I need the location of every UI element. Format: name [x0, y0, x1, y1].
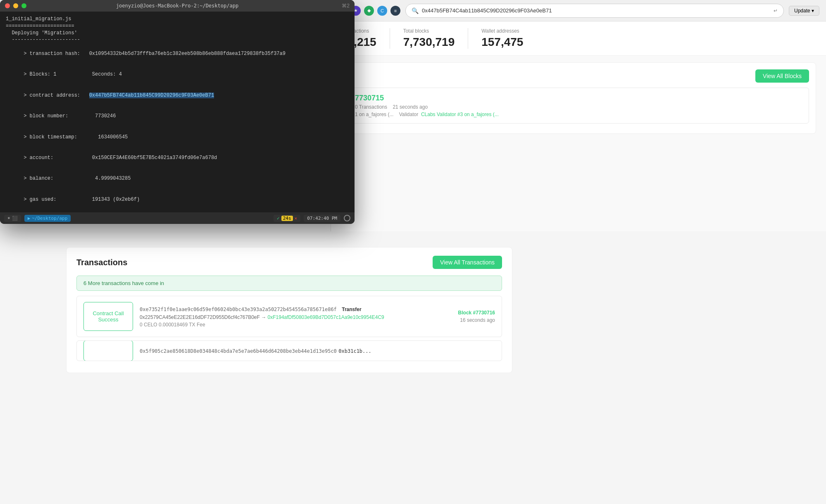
- terminal-tx-hash-value: 0x10954332b4b5d73fffba76eb1c382eeb508b86…: [89, 51, 286, 57]
- transactions-section: Transactions View All Transactions 6 Mor…: [66, 247, 512, 373]
- terminal-contract-addr: > contract address: 0x447b5FB74C4ab11b84…: [6, 85, 349, 106]
- terminal-block-ts: > block timestamp: 1634006545: [6, 127, 349, 147]
- browser-panel: 🦊 ★ ◆ C ≡ 🔍 ↵ Update ▾ Transactions 12,2…: [331, 0, 826, 231]
- terminal-path-label: ~/Desktop/app: [32, 216, 67, 221]
- terminal-sep1: =======================: [6, 23, 349, 30]
- terminal-sep2: -----------------------: [6, 36, 349, 43]
- terminal-time-value: 07:42:40 PM: [307, 216, 337, 221]
- terminal-block-num-value: 7730246: [95, 113, 116, 119]
- terminal-mode-indicator: ☀ ⬛: [4, 215, 21, 222]
- terminal-body: 1_initial_migration.js =================…: [0, 12, 355, 212]
- browser-update-btn[interactable]: Update ▾: [789, 6, 819, 16]
- terminal-balance: > balance: 4.9999043285: [6, 169, 349, 189]
- terminal-blocks-line: > Blocks: 1 Seconds: 4: [6, 64, 349, 85]
- stats-bar: Transactions 12,215 Total blocks 7,730,7…: [331, 21, 826, 56]
- tx-item-0: Contract Call Success 0xe7352f1f0e1aae9c…: [76, 296, 502, 337]
- tx-details-0: 0xe7352f1f0e1aae9c06d59ef06024b0bc43e393…: [140, 305, 452, 328]
- terminal-minimize-btn[interactable]: [13, 3, 18, 8]
- stat-wallets-value: 157,475: [481, 36, 523, 49]
- browser-icon-5[interactable]: ≡: [390, 6, 400, 16]
- terminal-blocks-label: > Blocks: 1: [24, 71, 56, 77]
- stat-blocks: Total blocks 7,730,719: [390, 28, 469, 49]
- terminal-timer-value: 24s: [281, 216, 293, 221]
- tx-block-number-0[interactable]: Block #7730716: [458, 310, 495, 316]
- terminal-close-btn[interactable]: [5, 3, 10, 8]
- tx-block-time-0: 16 seconds ago: [458, 317, 495, 323]
- search-icon: 🔍: [412, 7, 419, 14]
- terminal-balance-value: 4.9999043285: [95, 176, 131, 181]
- stat-blocks-value: 7,730,719: [403, 36, 455, 49]
- block-time: 21 seconds ago: [393, 104, 428, 110]
- browser-search-bar[interactable]: 🔍 ↵: [405, 4, 784, 18]
- tx-item-partial: 0x5f905c2ae850618D8e034848c4bda7e5e7ae6b…: [76, 340, 502, 361]
- terminal-blocks-value: Seconds: 4: [92, 71, 122, 77]
- terminal-maximize-btn[interactable]: [21, 3, 26, 8]
- terminal-mode-label: ⬛: [12, 216, 18, 221]
- terminal-tx-hash-label: > transaction hash:: [24, 51, 80, 57]
- tx-type-badge-partial: [83, 340, 133, 361]
- tx-details-partial: 0x5f905c2ae850618D8e034848c4bda7e5e7ae6b…: [140, 347, 495, 354]
- block-item-0: 7730715 0 Transactions 21 seconds ago 1 …: [348, 88, 809, 124]
- tx-status-label: Success: [98, 316, 118, 323]
- browser-icon-3[interactable]: ◆: [364, 6, 374, 16]
- tx-tag-0: Transfer: [342, 307, 361, 312]
- terminal-path-pill: ▶ ~/Desktop/app: [24, 215, 71, 222]
- terminal-titlebar: joenyzio@Joes-MacBook-Pro-2:~/Desktop/ap…: [0, 0, 355, 12]
- stat-blocks-label: Total blocks: [403, 28, 455, 34]
- tx-fee-0: 0 CELO 0.000018469 TX Fee: [140, 322, 452, 328]
- terminal-gas-used-value: 191343 (0x2eb6f): [92, 197, 140, 202]
- terminal-settings-icon[interactable]: [344, 215, 350, 221]
- terminal-checkmark: ✓: [277, 216, 280, 221]
- tx-hash-partial[interactable]: 0x5f905c2ae850618D8e034848c4bda7e5e7ae6b…: [140, 348, 337, 354]
- terminal-time-display: 07:42:40 PM: [304, 215, 340, 222]
- terminal-branch-icon: ▶: [28, 216, 31, 221]
- terminal-tx-hash: > transaction hash: 0x10954332b4b5d73fff…: [6, 43, 349, 64]
- transactions-title: Transactions: [76, 258, 127, 267]
- tx-to-link-0[interactable]: 0xF194afDf50803e69Bd7D057c1Aa9e10c9954E4…: [268, 314, 384, 320]
- blocks-section: View All Blocks 7730715 0 Transactions 2…: [341, 62, 816, 134]
- tx-notification-banner[interactable]: 6 More transactions have come in: [76, 276, 502, 291]
- stat-wallets-label: Wallet addresses: [481, 28, 523, 34]
- tx-hash-0[interactable]: 0xe7352f1f0e1aae9c06d59ef06024b0bc43e393…: [140, 307, 337, 312]
- block-validator-prefix: Validator: [399, 112, 418, 117]
- terminal-deploying: Deploying 'Migrations': [6, 30, 349, 37]
- tx-hash-partial-short: 0xb31c1b...: [338, 348, 371, 354]
- stat-wallets: Wallet addresses 157,475: [468, 28, 536, 49]
- tx-type-label: Contract Call: [93, 310, 124, 316]
- tx-arrow-0: →: [261, 314, 267, 320]
- tx-hash-line: 0xe7352f1f0e1aae9c06d59ef06024b0bc43e393…: [140, 305, 452, 313]
- browser-icon-4[interactable]: C: [377, 6, 387, 16]
- terminal-block-ts-value: 1634006545: [98, 134, 128, 140]
- browser-search-input[interactable]: [422, 7, 770, 14]
- terminal-block-num: > block number: 7730246: [6, 106, 349, 126]
- terminal-window: joenyzio@Joes-MacBook-Pro-2:~/Desktop/ap…: [0, 0, 355, 224]
- block-transactions: 0 Transactions: [355, 104, 387, 110]
- tx-from-0[interactable]: 0x22579CA45eE22E2E16dDF72D955D6cf4c767B0…: [140, 314, 260, 320]
- browser-topbar: 🦊 ★ ◆ C ≡ 🔍 ↵ Update ▾: [331, 0, 826, 21]
- block-validator-meta: 1 on a_fajores (... Validator CLabs Vali…: [355, 112, 802, 117]
- terminal-shortcut: ⌘2: [342, 3, 350, 9]
- terminal-account-value: 0x150CEF3A4E60bf5E7B5c4021a3749fd06e7a67…: [92, 155, 217, 161]
- block-meta: 0 Transactions 21 seconds ago: [355, 104, 802, 110]
- blocks-section-header: View All Blocks: [348, 69, 809, 83]
- terminal-statusbar: ☀ ⬛ ▶ ~/Desktop/app ✓ 24s ✕ 07:42:40 PM: [0, 212, 355, 224]
- terminal-block-ts-label: > block timestamp:: [24, 134, 77, 140]
- terminal-contract-value: 0x447b5FB74C4ab11b845C99D20296c9F03Ae0eB…: [89, 93, 214, 98]
- terminal-timer: ✓ 24s ✕: [274, 215, 300, 222]
- terminal-filename: 1_initial_migration.js: [6, 16, 349, 23]
- view-all-blocks-btn[interactable]: View All Blocks: [755, 69, 809, 83]
- browser-search-action-icon: ↵: [774, 8, 778, 14]
- block-validator-link[interactable]: CLabs Validator #3 on a_fajores (...: [421, 112, 499, 117]
- tx-type-badge-0: Contract Call Success: [83, 302, 133, 331]
- block-number: 7730715: [355, 94, 802, 102]
- terminal-gas-used-label: > gas used:: [24, 197, 56, 202]
- terminal-account-label: > account:: [24, 155, 53, 161]
- tx-from-to-0: 0x22579CA45eE22E2E16dDF72D955D6cf4c767B0…: [140, 314, 452, 320]
- view-all-transactions-btn[interactable]: View All Transactions: [433, 256, 502, 269]
- terminal-title: joenyzio@Joes-MacBook-Pro-2:~/Desktop/ap…: [116, 3, 238, 9]
- terminal-balance-label: > balance:: [24, 176, 53, 181]
- terminal-account: > account: 0x150CEF3A4E60bf5E7B5c4021a37…: [6, 147, 349, 168]
- terminal-timer-x: ✕: [295, 216, 298, 221]
- terminal-mode-icon: ☀: [7, 216, 10, 221]
- tx-block-0: Block #7730716 16 seconds ago: [458, 310, 495, 323]
